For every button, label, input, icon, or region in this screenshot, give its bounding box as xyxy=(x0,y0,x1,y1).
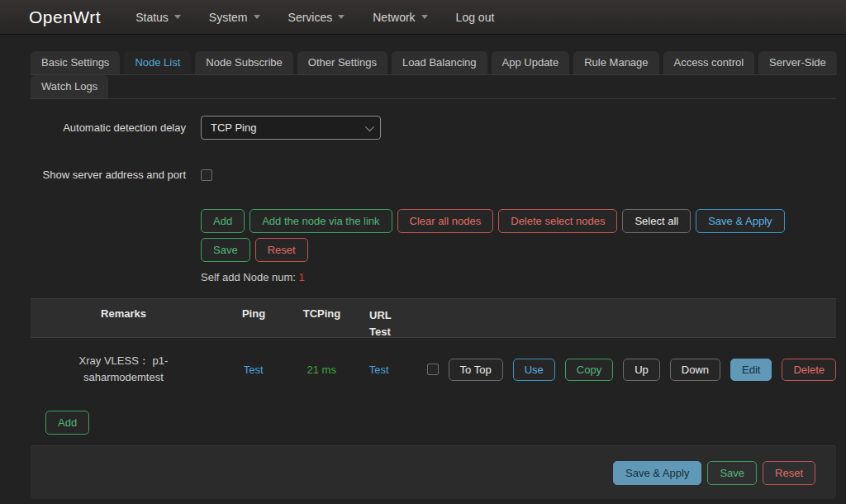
tab-watch-logs[interactable]: Watch Logs xyxy=(31,75,108,98)
tcping-latency-value: 21 ms xyxy=(307,364,335,376)
tab-rule-manage[interactable]: Rule Manage xyxy=(573,51,658,74)
ping-test-link[interactable]: Test xyxy=(244,364,264,376)
tab-row-2: Watch Logs xyxy=(31,75,836,99)
footer-action-bar: Save & Apply Save Reset xyxy=(31,445,836,499)
node-remarks-text: Xray VLESS： p1-saharmodemtest xyxy=(64,353,183,386)
nav-item-label: Services xyxy=(288,11,333,24)
use-button[interactable]: Use xyxy=(513,359,555,381)
add-node-button-bottom[interactable]: Add xyxy=(45,411,89,435)
tab-node-list[interactable]: Node List xyxy=(124,51,191,74)
table-row: Xray VLESS： p1-saharmodemtest Test 21 ms… xyxy=(31,338,836,401)
node-tcping-cell: 21 ms xyxy=(291,364,353,376)
add-node-via-link-button[interactable]: Add the node via the link xyxy=(250,209,392,233)
nav-menu: Status System Services Network Log out xyxy=(135,11,494,24)
save-button-top[interactable]: Save xyxy=(201,238,250,262)
nav-item-label: Status xyxy=(135,11,169,24)
tab-access-control[interactable]: Access control xyxy=(663,51,755,74)
node-ping-cell: Test xyxy=(216,364,291,376)
node-urltest-cell: Test xyxy=(353,364,427,376)
header-url-test: URL Test xyxy=(353,299,427,337)
selected-option-label: TCP Ping xyxy=(211,121,256,134)
node-actions: Add Add the node via the link Clear all … xyxy=(201,209,836,283)
tab-load-balancing[interactable]: Load Balancing xyxy=(392,51,487,74)
tab-basic-settings[interactable]: Basic Settings xyxy=(31,51,120,74)
table-header-row: Remarks Ping TCPing URL Test xyxy=(31,298,836,338)
node-count-label: Self add Node num: xyxy=(201,271,299,283)
tab-app-update[interactable]: App Update xyxy=(492,51,570,74)
header-actions xyxy=(427,299,836,337)
show-server-label: Show server address and port xyxy=(31,169,186,181)
tab-node-subscribe[interactable]: Node Subscribe xyxy=(195,51,293,74)
caret-down-icon xyxy=(174,15,181,19)
show-server-checkbox[interactable] xyxy=(201,169,212,181)
tab-server-side[interactable]: Server-Side xyxy=(758,51,837,74)
save-button-bottom[interactable]: Save xyxy=(707,461,757,485)
url-test-link[interactable]: Test xyxy=(369,364,389,376)
detection-delay-label: Automatic detection delay xyxy=(31,121,186,134)
select-all-button[interactable]: Select all xyxy=(622,209,691,233)
nav-item-label: Network xyxy=(373,11,415,24)
chevron-down-icon xyxy=(365,121,374,131)
tab-row-1: Basic Settings Node List Node Subscribe … xyxy=(31,51,836,75)
node-remarks-cell: Xray VLESS： p1-saharmodemtest xyxy=(31,353,216,386)
detection-delay-row: Automatic detection delay TCP Ping xyxy=(31,116,836,140)
nav-item-status[interactable]: Status xyxy=(135,11,181,24)
save-apply-button-top[interactable]: Save & Apply xyxy=(696,209,784,233)
nav-item-network[interactable]: Network xyxy=(373,11,427,24)
save-apply-button-bottom[interactable]: Save & Apply xyxy=(613,461,701,485)
caret-down-icon xyxy=(254,15,260,19)
delete-select-nodes-button[interactable]: Delete select nodes xyxy=(498,209,617,233)
add-button[interactable]: Add xyxy=(201,209,245,233)
node-row-actions: To Top Use Copy Up Down Edit Delete xyxy=(427,359,836,381)
to-top-button[interactable]: To Top xyxy=(449,359,503,381)
nav-item-services[interactable]: Services xyxy=(288,11,345,24)
caret-down-icon xyxy=(421,15,428,19)
header-tcping: TCPing xyxy=(291,299,353,337)
header-ping: Ping xyxy=(216,299,291,337)
node-actions-row-2: Save Reset xyxy=(201,238,836,262)
self-add-node-count: Self add Node num: 1 xyxy=(201,271,836,283)
edit-button[interactable]: Edit xyxy=(730,359,772,381)
nav-item-system[interactable]: System xyxy=(209,11,260,24)
detection-delay-select[interactable]: TCP Ping xyxy=(201,116,381,140)
reset-button-top[interactable]: Reset xyxy=(255,238,308,262)
show-server-row: Show server address and port xyxy=(31,169,836,181)
down-button[interactable]: Down xyxy=(670,359,720,381)
tab-bar: Basic Settings Node List Node Subscribe … xyxy=(31,51,836,99)
copy-button[interactable]: Copy xyxy=(565,359,613,381)
node-actions-row-1: Add Add the node via the link Clear all … xyxy=(201,209,836,233)
nav-item-label: System xyxy=(209,11,248,24)
node-select-checkbox[interactable] xyxy=(427,364,439,375)
up-button[interactable]: Up xyxy=(623,359,660,381)
caret-down-icon xyxy=(338,15,345,19)
node-count-value: 1 xyxy=(299,271,305,283)
clear-all-nodes-button[interactable]: Clear all nodes xyxy=(397,209,494,233)
nav-item-label: Log out xyxy=(456,11,495,24)
nav-item-logout[interactable]: Log out xyxy=(456,11,495,24)
header-remarks: Remarks xyxy=(31,299,216,337)
top-navbar: OpenWrt Status System Services Network L… xyxy=(0,0,846,35)
delete-button[interactable]: Delete xyxy=(782,359,836,381)
openwrt-logo[interactable]: OpenWrt xyxy=(29,7,101,27)
tab-other-settings[interactable]: Other Settings xyxy=(297,51,387,74)
reset-button-bottom[interactable]: Reset xyxy=(763,461,815,485)
node-list-table: Remarks Ping TCPing URL Test Xray VLESS：… xyxy=(31,298,836,435)
